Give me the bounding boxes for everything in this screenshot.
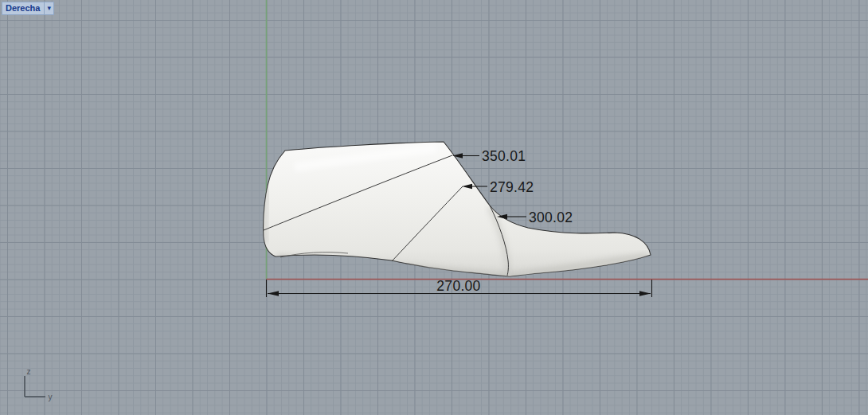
viewport-title-bar[interactable]: Derecha ▾ [2, 2, 54, 15]
viewport-title[interactable]: Derecha [2, 2, 44, 15]
shoe-last-model[interactable] [264, 142, 651, 276]
dimension-last-length[interactable]: 270.00 [267, 278, 652, 298]
dimension-value[interactable]: 300.02 [529, 209, 573, 225]
viewport-canvas[interactable]: 350.01 279.42 300.02 270.00 z [0, 0, 868, 415]
dimension-heel-girth[interactable]: 350.01 [452, 148, 526, 164]
axis-indicator-y-label: y [49, 393, 53, 401]
viewport-dropdown-icon[interactable]: ▾ [45, 2, 53, 15]
cad-viewport: 350.01 279.42 300.02 270.00 z [0, 0, 868, 415]
dimension-value[interactable]: 350.01 [482, 148, 526, 164]
dimension-value[interactable]: 279.42 [490, 179, 534, 195]
dimension-arrow-left [268, 291, 279, 296]
dimension-value[interactable]: 270.00 [436, 278, 480, 294]
dimension-arrow-right [639, 291, 651, 296]
axis-indicator-z-label: z [27, 367, 31, 376]
axis-indicator: z y [25, 367, 53, 401]
